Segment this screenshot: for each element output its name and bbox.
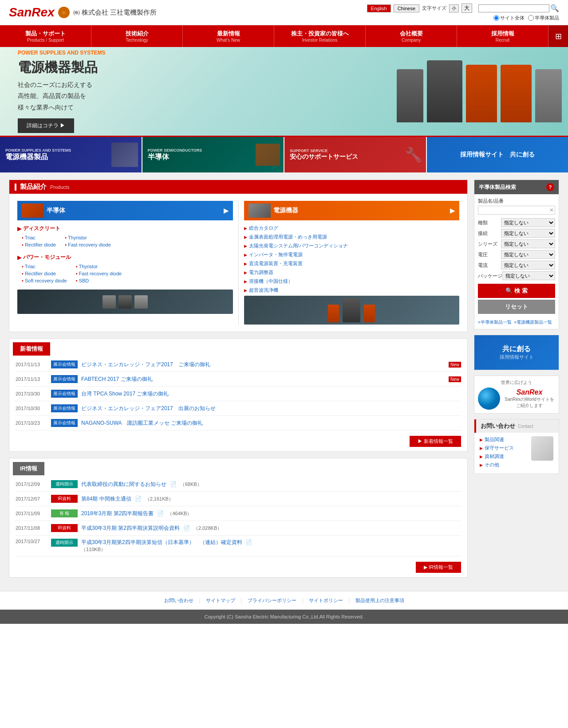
radio-all-label[interactable]: サイト全体 [493, 15, 525, 21]
contact-link-other[interactable]: ▶その他 [480, 462, 553, 468]
pdf-icon-0: 📄 [170, 481, 177, 487]
contact-link-maintenance[interactable]: ▶保守サービス [480, 445, 529, 451]
power-link-welding[interactable]: ▶溶接機（中国仕様） [244, 278, 460, 285]
pm-link-sbd[interactable]: • SBD [76, 278, 122, 283]
search-help-btn[interactable]: ? [546, 183, 554, 191]
power-module-section: ▶ パワー・モジュール • Triac • Rectifier diode • … [17, 254, 233, 285]
logo: SanRex ☆ ㈱ 株式会社 三社電機製作所 [9, 5, 157, 20]
power-link-catalog[interactable]: ▶総合カタログ [244, 225, 460, 231]
ir-link-3[interactable]: 平成30年3月期 第2四半期決算説明会資料 [81, 524, 180, 532]
nav-item-news[interactable]: 最新情報 What's New [183, 25, 274, 47]
contact-header: お問い合わせ Contact [474, 419, 559, 433]
semi-banner[interactable]: 半導体 ▶ [17, 201, 233, 220]
nav-item-ir[interactable]: 株主・投資家の皆様へ Investor Relations [274, 25, 366, 47]
nav-item-technology[interactable]: 技術紹介 Technology [91, 25, 183, 47]
ir-link-1[interactable]: 第84期 中間株主通信 [81, 495, 131, 503]
contact-link-products[interactable]: ▶製品関連 [480, 436, 529, 443]
sub-banner-support-sub: SUPPORT SERVICE [290, 149, 327, 153]
radio-all[interactable] [493, 15, 499, 21]
pm-link-soft[interactable]: • Soft recovery diode [22, 278, 67, 283]
power-link-plating[interactable]: ▶金属表面処理用電源・めっき用電源 [244, 234, 460, 240]
news-more-btn[interactable]: ▶ 新着情報一覧 [410, 436, 461, 447]
world-banner[interactable]: 世界に広げよう SanRex SanRexのWorldサイトをご紹介します [474, 376, 559, 414]
form-select-package[interactable]: 指定しない [502, 271, 555, 280]
contact-sub: Contact [518, 424, 533, 429]
lang-english-btn[interactable]: English [367, 4, 391, 12]
search-input[interactable] [478, 4, 549, 12]
form-select-type[interactable]: 指定しない [501, 218, 555, 227]
font-size-large-btn[interactable]: 大 [462, 4, 472, 13]
power-link-solar[interactable]: ▶太陽光発電システム用/パワーコンディショナ [244, 243, 460, 249]
pm-link-thyristor[interactable]: • Thyristor [76, 264, 122, 269]
recruit-banner-sidebar[interactable]: 共に創る 採用情報サイト [474, 335, 559, 370]
news-list: 2017/11/13 展示会情報 ビジネス・エンカレッジ・フェア2017 ご来場… [9, 356, 467, 432]
news-tab[interactable]: 新着情報 [13, 342, 50, 356]
nav-menu-btn[interactable]: ⊞ [548, 25, 568, 47]
ir-tab[interactable]: IR情報 [13, 462, 44, 475]
form-select-series[interactable]: 指定しない [501, 239, 555, 248]
ir-link-2[interactable]: 2018年3月期 第2四半期報告書 [81, 510, 154, 517]
ir-badge-2: 有 報 [51, 509, 78, 517]
radio-semi-label[interactable]: 半導体製品 [528, 15, 559, 21]
news-link-4[interactable]: NAGANO-SUWA 諏訪圏工業メッセ ご来場の御礼 [81, 419, 461, 427]
search-box-header: 半導体製品検索 ? [474, 180, 559, 194]
power-link-inverter[interactable]: ▶インバータ・無停電電源 [244, 251, 460, 258]
discrete-link-fast[interactable]: • Fast recovery diode [65, 242, 111, 247]
lang-chinese-btn[interactable]: Chinese [394, 4, 419, 12]
ir-link-0[interactable]: 代表取締役の異動に関するお知らせ [81, 481, 166, 488]
ir-item-1: 2017/12/07 IR資料 第84期 中間株主通信 📄 （2,161KB） [16, 492, 461, 506]
clear-input-btn[interactable]: ✕ [549, 207, 554, 213]
ir-link-4[interactable]: 平成30年3月期第2四半期決算短信（日本基準） （連結）確定資料 [81, 539, 242, 545]
nav-item-recruit[interactable]: 採用情報 Recruit [457, 25, 548, 47]
font-size-small-btn[interactable]: 小 [449, 4, 459, 12]
news-item-0: 2017/11/13 展示会情報 ビジネス・エンカレッジ・フェア2017 ご来場… [16, 357, 461, 372]
product-name-input[interactable] [478, 206, 555, 215]
discrete-title[interactable]: ▶ ディスクリート [17, 225, 233, 232]
ir-size-2: （464KB） [167, 510, 192, 517]
product-name-label: 製品名/品番 [478, 198, 555, 204]
pm-link-rectifier[interactable]: • Rectifier diode [22, 271, 67, 276]
footer-link-contact[interactable]: お問い合わせ [161, 597, 197, 604]
news-link-3[interactable]: ビジネス・エンカレッジ・フェア2017 出展のお知らせ [81, 405, 461, 412]
power-link-dc[interactable]: ▶直流電源装置・充電装置 [244, 260, 460, 267]
nav-item-products[interactable]: 製品・サポート Products / Support [0, 25, 91, 47]
form-select-series2[interactable]: 指定しない [501, 229, 555, 238]
footer-link-sitemap[interactable]: サイトマップ [202, 597, 239, 604]
reset-btn[interactable]: リセット [478, 300, 555, 314]
discrete-link-thyristor[interactable]: • Thyristor [65, 235, 111, 240]
news-link-2[interactable]: 台湾 TPCA Show 2017 ご来場の御礼 [81, 390, 461, 398]
power-module-title[interactable]: ▶ パワー・モジュール [17, 254, 233, 261]
sidebar-link-power[interactable]: »電源機器製品一覧 [514, 319, 552, 325]
power-banner[interactable]: 電源機器 ▶ [244, 201, 460, 220]
news-item-4: 2017/10/23 展示会情報 NAGANO-SUWA 諏訪圏工業メッセ ご来… [16, 416, 461, 431]
nav-sublabel-ir: Investor Relations [277, 38, 363, 43]
ir-more-btn[interactable]: ▶ IR情報一覧 [416, 562, 461, 573]
power-link-ultrasonic[interactable]: ▶超音波洗浄機 [244, 287, 460, 294]
sub-banner-support[interactable]: 🔧 SUPPORT SERVICE 安心のサポートサービス [284, 137, 427, 172]
pm-link-fast[interactable]: • Fast recovery diode [76, 271, 122, 276]
ir-date-1: 2017/12/07 [16, 496, 47, 501]
products-grid: 半導体 ▶ ▶ ディスクリート • Triac • Re [9, 194, 467, 332]
logo-sanrex[interactable]: SanRex [9, 5, 55, 20]
radio-semi[interactable] [528, 15, 534, 21]
nav-item-company[interactable]: 会社概要 Company [366, 25, 457, 47]
sub-banner-semi[interactable]: POWER SEMICONDUCTORS 半導体 [142, 137, 285, 172]
form-select-current[interactable]: 指定しない [501, 261, 555, 270]
form-select-voltage[interactable]: 指定しない [501, 250, 555, 259]
power-link-power-ctrl[interactable]: ▶電力調整器 [244, 269, 460, 276]
sub-banner-power[interactable]: POWER SUPPLIES AND SYSTEMS 電源機器製品 [0, 137, 142, 172]
contact-link-materials[interactable]: ▶資材調達 [480, 453, 529, 460]
footer-link-product-notice[interactable]: 製品使用上の注意事項 [352, 597, 408, 604]
news-link-1[interactable]: FABTECH 2017 ご来場の御礼 [81, 376, 445, 383]
sidebar-link-semi[interactable]: »半導体製品一覧 [478, 319, 512, 325]
search-action-btn[interactable]: 🔍 検 索 [478, 284, 555, 298]
footer-link-privacy[interactable]: プライバシーポリシー [244, 597, 300, 604]
banner-detail-btn[interactable]: 詳細はコチラ ▶ [18, 118, 74, 133]
pm-link-triac[interactable]: • Triac [22, 264, 67, 269]
discrete-link-triac[interactable]: • Triac [22, 235, 56, 240]
discrete-link-rectifier[interactable]: • Rectifier diode [22, 242, 56, 247]
footer-link-site-policy[interactable]: サイトポリシー [305, 597, 347, 604]
search-btn[interactable]: 🔍 [550, 4, 559, 12]
news-link-0[interactable]: ビジネス・エンカレッジ・フェア2017 ご来場の御礼 [81, 361, 445, 368]
sub-banner-recruit[interactable]: 採用情報サイト 共に創る [427, 137, 568, 172]
